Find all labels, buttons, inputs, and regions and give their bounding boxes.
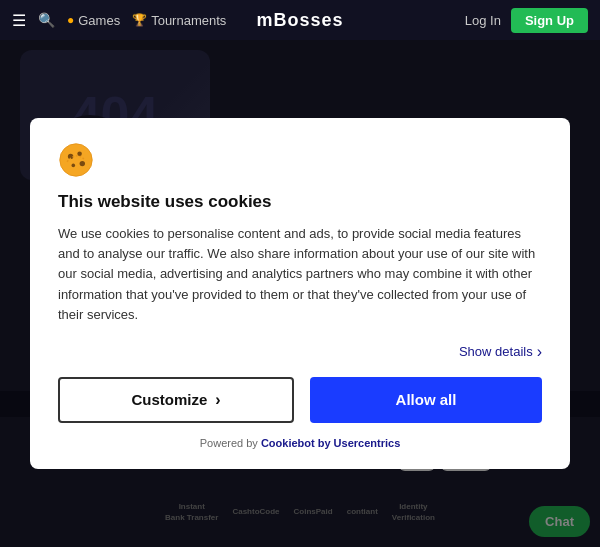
chevron-right-icon bbox=[537, 343, 542, 361]
allow-all-button[interactable]: Allow all bbox=[310, 377, 542, 423]
nav-tournaments[interactable]: 🏆 Tournaments bbox=[132, 13, 226, 28]
header-right: Log In Sign Up bbox=[465, 8, 588, 33]
cookie-title: This website uses cookies bbox=[58, 192, 542, 212]
svg-point-0 bbox=[60, 144, 92, 176]
cookie-logo bbox=[58, 142, 542, 192]
menu-icon[interactable]: ☰ bbox=[12, 11, 26, 30]
cookie-overlay: This website uses cookies We use cookies… bbox=[0, 40, 600, 547]
svg-point-2 bbox=[77, 152, 82, 157]
customize-button[interactable]: Customize › bbox=[58, 377, 294, 423]
nav-games[interactable]: ● Games bbox=[67, 13, 120, 28]
signup-button[interactable]: Sign Up bbox=[511, 8, 588, 33]
logo[interactable]: mBosses bbox=[256, 10, 343, 31]
login-button[interactable]: Log In bbox=[465, 13, 501, 28]
search-icon[interactable]: 🔍 bbox=[38, 12, 55, 28]
page-background: 404 This website uses cookies We use coo… bbox=[0, 40, 600, 547]
cookie-footer: Powered by Cookiebot by Usercentrics bbox=[58, 437, 542, 449]
chevron-right-icon: › bbox=[215, 391, 220, 409]
header: ☰ 🔍 ● Games 🏆 Tournaments mBosses Log In… bbox=[0, 0, 600, 40]
cookie-buttons: Customize › Allow all bbox=[58, 377, 542, 423]
cookie-body: We use cookies to personalise content an… bbox=[58, 224, 542, 325]
header-left: ☰ 🔍 ● Games 🏆 Tournaments bbox=[12, 11, 226, 30]
svg-point-3 bbox=[80, 161, 85, 166]
svg-point-4 bbox=[72, 164, 76, 168]
show-details-row: Show details bbox=[58, 343, 542, 361]
cookiebot-link[interactable]: Cookiebot by Usercentrics bbox=[261, 437, 400, 449]
show-details-link[interactable]: Show details bbox=[459, 343, 542, 361]
cookie-dialog: This website uses cookies We use cookies… bbox=[30, 118, 570, 469]
